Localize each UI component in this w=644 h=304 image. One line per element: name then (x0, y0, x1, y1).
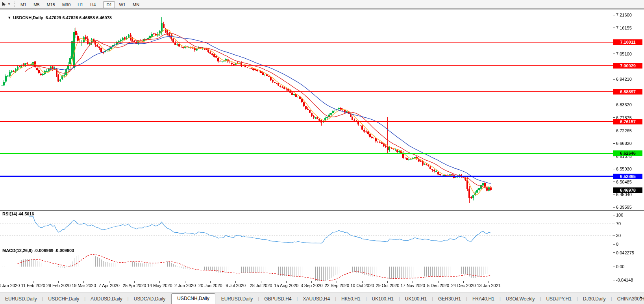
cursor-tool-icon[interactable] (1, 2, 7, 7)
date-axis-label: 13 Jan 2021 (477, 283, 501, 288)
chart-tab-uk100-h1[interactable]: UK100,H1 (367, 294, 399, 304)
macd-axis-tick: -0.04148 (616, 278, 633, 283)
timeframe-button-h1[interactable]: H1 (74, 1, 86, 8)
date-axis-label: 2 Jun 2020 (174, 283, 196, 288)
price-axis-tick: 7.16155 (616, 26, 632, 31)
price-axis-tick: 6.83320 (616, 102, 632, 108)
rsi-axis-tick: 70 (616, 221, 621, 226)
chart-tab-ger30-h1[interactable]: GER30,H1 (433, 294, 466, 304)
date-axis-label: 19 Mar 2020 (72, 283, 96, 288)
tab-scroll-right-icon[interactable]: ► (639, 295, 643, 299)
date-axis-label: 10 Oct 2020 (350, 283, 374, 288)
price-axis-tick: 6.66820 (616, 141, 632, 146)
macd-axis-tick: 0.00 (616, 264, 624, 269)
chart-tab-fra40-h1[interactable]: FRA40,H1 (467, 294, 500, 304)
rsi-indicator-label: RSI(14) 44.5016 (2, 211, 34, 216)
chart-tab-eurusd-daily[interactable]: EURUSD,Daily (216, 294, 258, 304)
date-axis-label: 24 Dec 2020 (451, 283, 476, 288)
date-axis-label: 9 Jul 2020 (226, 283, 246, 288)
date-axis-label: 17 Nov 2020 (401, 283, 425, 288)
price-axis-tick: 7.21600 (616, 13, 632, 18)
chart-tab-usoil-weekly[interactable]: USOil,Weekly (501, 294, 540, 304)
date-axis-label: 22 Sep 2020 (325, 283, 349, 288)
chart-tabs-bar: EURUSD,Daily|USDCHF,Daily|AUDUSD,Daily|U… (0, 293, 644, 304)
level-price-tag: 6.62646 (613, 150, 642, 156)
chart-tab-usdcnh-daily[interactable]: USDCNH,Daily (171, 293, 215, 304)
date-axis-label: 7 Apr 2020 (99, 283, 120, 288)
rsi-axis-tick: 0 (616, 242, 618, 247)
price-chart-canvas[interactable] (0, 9, 644, 293)
chart-tab-uk100-h1[interactable]: UK100,H1 (400, 294, 432, 304)
date-axis-label: 29 Oct 2020 (376, 283, 400, 288)
chart-tab-eurusd-daily[interactable]: EURUSD,Daily (0, 294, 42, 304)
level-price-tag: 7.00029 (613, 63, 642, 69)
timeframe-button-d1[interactable]: D1 (103, 1, 115, 8)
chart-tab-usdchf-daily[interactable]: USDCHF,Daily (43, 294, 85, 304)
chart-tab-usdjpy-h1[interactable]: USDJPY,H1 (541, 294, 576, 304)
price-axis-tick: 6.55930 (616, 167, 632, 172)
symbol-period-label: USDCNH,Daily (13, 15, 43, 20)
rsi-axis-tick: 100 (616, 213, 623, 218)
chart-tab-hk50-h1[interactable]: HK50,H1 (336, 294, 366, 304)
timeframe-buttons: M1M5M15M30H1H4D1W1MN (17, 1, 143, 8)
price-axis-tick: 6.39595 (616, 205, 632, 210)
date-axis-label: 28 Jul 2020 (250, 283, 272, 288)
macd-axis-tick: 0.042275 (616, 250, 634, 256)
tab-scroll-left-icon[interactable]: ◄ (633, 295, 637, 299)
chart-tab-usdcad-daily[interactable]: USDCAD,Daily (129, 294, 171, 304)
cursor-dropdown-icon[interactable]: ▼ (7, 2, 11, 6)
timeframe-button-m1[interactable]: M1 (17, 1, 30, 8)
timeframe-button-w1[interactable]: W1 (116, 1, 129, 8)
level-price-tag: 6.76157 (613, 119, 642, 124)
ohlc-values: 6.47029 6.47828 6.46858 6.46978 (46, 15, 112, 20)
date-axis-label: 20 Jun 2020 (198, 283, 222, 288)
timeframe-toolbar: ▼ M1M5M15M30H1H4D1W1MN (0, 0, 644, 9)
date-axis-label: 25 Apr 2020 (123, 283, 146, 288)
date-axis-label: 11 Feb 2020 (21, 283, 45, 288)
timeframe-button-m30[interactable]: M30 (59, 1, 74, 8)
macd-indicator-label: MACD(12,26,9) -0.006969 -0.009603 (2, 248, 74, 253)
level-price-tag: 7.10011 (613, 39, 642, 45)
chart-title: ▼USDCNH,Daily 6.47029 6.47828 6.46858 6.… (3, 11, 112, 25)
date-axis-label: 5 Dec 2020 (427, 283, 449, 288)
timeframe-button-m5[interactable]: M5 (30, 1, 43, 8)
price-axis-tick: 6.94210 (616, 77, 632, 82)
level-price-tag: 6.88897 (613, 89, 642, 95)
price-axis-tick: 6.45040 (616, 192, 632, 197)
price-axis-tick: 6.72265 (616, 128, 632, 133)
level-price-tag: 6.52865 (613, 174, 642, 179)
rsi-axis-tick: 30 (616, 233, 621, 238)
date-axis-label: 15 Aug 2020 (274, 283, 298, 288)
chart-tab-gbpusd-h4[interactable]: GBPUSD,H4 (259, 294, 296, 304)
chart-tab-dj30-daily[interactable]: DJ30,Daily (578, 294, 611, 304)
date-axis-label: 23 Jan 2020 (0, 283, 20, 288)
date-axis-label: 29 Feb 2020 (46, 283, 71, 288)
timeframe-button-m15[interactable]: M15 (43, 1, 58, 8)
chart-tab-xauusd-h4[interactable]: XAUUSD,H4 (298, 294, 335, 304)
date-axis-label: 3 Sep 2020 (300, 283, 322, 288)
timeframe-button-mn[interactable]: MN (130, 1, 142, 8)
chart-tab-audusd-daily[interactable]: AUDUSD,Daily (85, 294, 128, 304)
timeframe-button-h4[interactable]: H4 (87, 1, 99, 8)
current-price-tag: 6.46978 (613, 187, 642, 193)
collapse-triangle-icon[interactable]: ▼ (7, 16, 11, 20)
price-axis-tick: 6.50485 (616, 180, 632, 185)
toolbar-grip[interactable] (14, 2, 15, 7)
tab-scroll-buttons: ◄ ► (633, 295, 643, 299)
date-axis-label: 14 May 2020 (147, 283, 172, 288)
chart-region: ▼USDCNH,Daily 6.47029 6.47828 6.46858 6.… (0, 9, 644, 293)
price-axis-tick: 7.05100 (616, 52, 632, 57)
